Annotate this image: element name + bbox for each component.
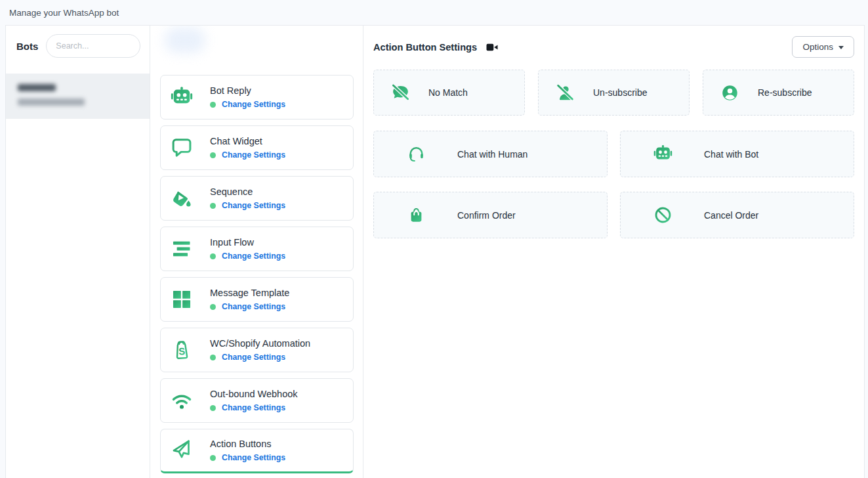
video-camera-icon [486,43,498,52]
tile-row-1: No Match Un-subscribe Re-subscribe [373,70,854,116]
shopify-bag-icon: S [171,339,193,361]
grid-icon [171,288,193,311]
tile-re-subscribe[interactable]: Re-subscribe [703,70,854,116]
change-settings-link[interactable]: Change Settings [222,150,285,160]
change-settings-link[interactable]: Change Settings [222,251,285,261]
status-dot [210,253,216,259]
chat-bubble-icon [171,137,193,159]
headset-icon [407,144,426,163]
feature-title: Chat Widget [210,136,285,146]
main-container: Bots Bot Reply Cha [5,25,865,478]
feature-title: Bot Reply [210,85,285,96]
status-dot [210,102,216,108]
tile-label: Chat with Human [457,149,527,160]
bots-sidebar: Bots [6,26,150,478]
align-bars-icon [171,238,193,260]
page-title: Manage your WhatsApp bot [9,8,119,18]
tile-label: Un-subscribe [593,87,647,98]
paper-plane-icon [171,439,193,462]
blurred-blob [165,27,205,53]
comment-slash-icon [391,83,410,102]
bot-phone-blurred [18,98,85,106]
sidebar-header: Bots [6,26,150,65]
feature-card-outbound-webhook: Out-bound Webhook Change Settings [160,378,354,423]
ban-icon [653,206,672,225]
robot-icon [171,86,193,108]
change-settings-link[interactable]: Change Settings [222,302,285,311]
tile-label: Confirm Order [457,210,516,221]
tile-label: Re-subscribe [758,87,812,98]
tile-cancel-order[interactable]: Cancel Order [620,192,854,238]
status-dot [210,355,216,360]
tile-row-3: Confirm Order Cancel Order [373,192,854,238]
tile-row-2: Chat with Human Chat with Bot [373,131,854,177]
action-button-settings-panel: Action Button Settings Options No Match [363,26,864,478]
status-dot [210,405,216,411]
feature-card-bot-reply: Bot Reply Change Settings [160,75,354,120]
feature-card-action-buttons: Action Buttons Change Settings [160,429,354,473]
user-circle-icon [720,83,739,102]
change-settings-link[interactable]: Change Settings [222,403,285,412]
status-dot [210,455,216,461]
feature-card-sequence: Sequence Change Settings [160,176,354,221]
change-settings-link[interactable]: Change Settings [222,353,285,362]
tile-label: Cancel Order [704,210,758,221]
feature-card-shopify-automation: S WC/Shopify Automation Change Settings [160,328,354,372]
chevron-down-icon [838,46,844,49]
bot-list-item-selected[interactable] [6,74,150,119]
change-settings-link[interactable]: Change Settings [222,201,285,210]
tile-un-subscribe[interactable]: Un-subscribe [538,70,690,116]
sidebar-title: Bots [16,41,38,52]
status-dot [210,203,216,209]
panel-header: Action Button Settings Options [373,36,854,58]
status-dot [210,304,216,310]
change-settings-link[interactable]: Change Settings [222,453,285,462]
search-input[interactable] [46,34,140,58]
tile-chat-with-bot[interactable]: Chat with Bot [620,131,854,177]
bot-name-blurred [18,84,56,91]
feature-card-chat-widget: Chat Widget Change Settings [160,125,354,170]
tile-label: Chat with Bot [704,149,758,160]
robot-icon [653,144,672,163]
shopping-bag-icon [407,206,426,225]
feature-title: WC/Shopify Automation [210,338,310,349]
options-button-label: Options [802,42,833,52]
feature-card-input-flow: Input Flow Change Settings [160,227,354,271]
app-header: Manage your WhatsApp bot [0,0,868,25]
change-settings-link[interactable]: Change Settings [222,100,285,109]
status-dot [210,152,216,158]
fill-drip-icon [171,187,193,209]
feature-title: Input Flow [210,237,285,248]
options-button[interactable]: Options [792,36,854,58]
tile-chat-with-human[interactable]: Chat with Human [373,131,608,177]
wifi-icon [171,389,193,412]
tile-no-match[interactable]: No Match [373,70,525,116]
panel-title: Action Button Settings [373,42,477,53]
feature-card-message-template: Message Template Change Settings [160,277,354,322]
feature-title: Action Buttons [210,439,285,449]
user-slash-icon [556,83,575,102]
feature-title: Sequence [210,186,285,197]
svg-text:S: S [178,346,186,357]
feature-title: Out-bound Webhook [210,389,298,399]
tile-label: No Match [428,87,468,98]
feature-title: Message Template [210,288,289,298]
features-column: Bot Reply Change Settings Chat Widget Ch… [150,26,363,478]
tile-confirm-order[interactable]: Confirm Order [373,192,608,238]
